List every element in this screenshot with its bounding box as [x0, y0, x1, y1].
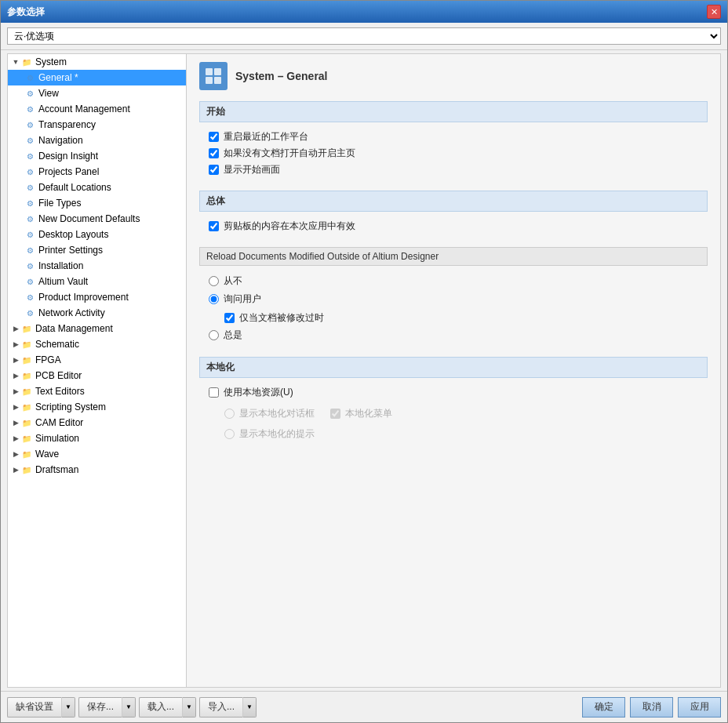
tree-label-account: Account Management: [38, 104, 130, 114]
tree-item-cam-editor[interactable]: ▶ 📁 CAM Editor: [8, 415, 186, 431]
tree-label-printer: Printer Settings: [38, 245, 103, 256]
tree-item-network-activity[interactable]: ⚙ Network Activity: [8, 305, 186, 321]
svg-rect-2: [206, 77, 213, 84]
section-content-general: 剪贴板的内容在本次应用中有效: [199, 215, 708, 241]
load-dropdown-arrow[interactable]: ▼: [182, 697, 196, 718]
folder-icon-cam-editor: 📁: [20, 416, 33, 429]
expand-arrow-cam-editor: ▶: [11, 418, 20, 427]
tree-item-product-improvement[interactable]: ⚙ Product Improvement: [8, 289, 186, 305]
settings-icon-product-improvement: ⚙: [24, 291, 36, 303]
import-button[interactable]: 导入...: [199, 697, 242, 718]
tree-label-new-doc: New Document Defaults: [38, 213, 140, 224]
radio-show-dialog[interactable]: [224, 409, 235, 419]
checkbox-show-startup[interactable]: [209, 165, 219, 175]
tree-item-pcb-editor[interactable]: ▶ 📁 PCB Editor: [8, 368, 186, 383]
settings-icon-account: ⚙: [24, 103, 36, 115]
save-button[interactable]: 保存...: [78, 697, 122, 718]
bottom-left-buttons: 缺省设置 ▼ 保存... ▼ 载入... ▼ 导入... ▼: [7, 697, 257, 718]
right-panel: System – General 开始 重启最近的工作平台 如果没有文档打开自动…: [187, 54, 720, 687]
tree-label-general: General *: [38, 72, 78, 83]
expand-arrow-system: ▼: [11, 57, 20, 67]
tree-item-draftsman[interactable]: ▶ 📁 Draftsman: [8, 462, 186, 478]
tree-item-fpga[interactable]: ▶ 📁 FPGA: [8, 352, 186, 368]
tree-item-system[interactable]: ▼ 📁 System: [8, 54, 186, 70]
tree-item-default-locations[interactable]: ⚙ Default Locations: [8, 180, 186, 195]
save-dropdown-arrow[interactable]: ▼: [122, 697, 136, 718]
radio-never[interactable]: [209, 276, 219, 286]
tree-item-schematic[interactable]: ▶ 📁 Schematic: [8, 336, 186, 352]
tree-item-scripting[interactable]: ▶ 📁 Scripting System: [8, 399, 186, 415]
tree-item-desktop[interactable]: ⚙ Desktop Layouts: [8, 227, 186, 242]
tree-label-simulation: Simulation: [35, 433, 79, 444]
tree-item-design-insight[interactable]: ⚙ Design Insight: [8, 148, 186, 164]
label-show-hints: 显示本地化的提示: [239, 427, 315, 441]
checkbox-only-modified[interactable]: [224, 313, 235, 323]
tree-item-data-management[interactable]: ▶ 📁 Data Management: [8, 321, 186, 336]
section-header-localization: 本地化: [199, 357, 708, 378]
tree-item-view[interactable]: ⚙ View: [8, 85, 186, 101]
checkbox-open-home[interactable]: [209, 148, 219, 158]
tree-item-new-doc[interactable]: ⚙ New Document Defaults: [8, 211, 186, 227]
cloud-options-dropdown[interactable]: 云·优选项: [7, 27, 721, 45]
cancel-button[interactable]: 取消: [630, 697, 673, 718]
tree-item-simulation[interactable]: ▶ 📁 Simulation: [8, 431, 186, 446]
tree-label-installation: Installation: [38, 260, 83, 271]
folder-icon-schematic: 📁: [20, 338, 33, 351]
load-button[interactable]: 载入...: [139, 697, 182, 718]
checkbox-localization-menu[interactable]: [330, 409, 340, 419]
ok-button[interactable]: 确定: [582, 697, 625, 718]
folder-icon-data-management: 📁: [20, 322, 33, 335]
tree-item-wave[interactable]: ▶ 📁 Wave: [8, 446, 186, 462]
left-panel: ▼ 📁 System ⚙ General * ⚙ View ⚙ Account …: [8, 54, 187, 687]
tree-label-text-editors: Text Editors: [35, 386, 85, 397]
close-button[interactable]: ✕: [707, 5, 721, 19]
tree-label-projects-panel: Projects Panel: [38, 166, 99, 177]
radio-row-always: 总是: [209, 326, 701, 344]
localization-sub-section: 显示本地化对话框 本地化菜单 显示本地化的提示: [209, 401, 701, 443]
folder-icon-simulation: 📁: [20, 432, 33, 445]
checkbox-row-show-startup: 显示开始画面: [209, 162, 701, 178]
checkbox-clipboard[interactable]: [209, 221, 219, 231]
settings-icon-desktop: ⚙: [24, 228, 36, 241]
svg-rect-3: [214, 77, 221, 84]
checkbox-restart-workspace[interactable]: [209, 132, 219, 142]
tree-item-text-editors[interactable]: ▶ 📁 Text Editors: [8, 383, 186, 399]
apply-button[interactable]: 应用: [678, 697, 721, 718]
label-clipboard: 剪贴板的内容在本次应用中有效: [224, 220, 355, 233]
settings-icon-altium-vault: ⚙: [24, 275, 36, 288]
label-always: 总是: [224, 329, 242, 342]
tree-item-printer[interactable]: ⚙ Printer Settings: [8, 242, 186, 258]
tree-item-projects-panel[interactable]: ⚙ Projects Panel: [8, 164, 186, 180]
expand-arrow-schematic: ▶: [11, 340, 20, 349]
tree-label-design-insight: Design Insight: [38, 151, 98, 162]
reload-header-text: Reload Documents Modified Outside of Alt…: [206, 251, 439, 262]
tree-label-system: System: [35, 56, 67, 67]
import-dropdown-arrow[interactable]: ▼: [242, 697, 257, 718]
tree-item-installation[interactable]: ⚙ Installation: [8, 258, 186, 274]
defaults-button[interactable]: 缺省设置: [7, 697, 61, 718]
radio-show-hints[interactable]: [224, 429, 235, 439]
checkbox-use-local-resources[interactable]: [209, 387, 219, 398]
tree-item-navigation[interactable]: ⚙ Navigation: [8, 133, 186, 148]
folder-icon-pcb-editor: 📁: [20, 369, 33, 382]
tree-item-transparency[interactable]: ⚙ Transparency: [8, 117, 186, 133]
label-show-startup: 显示开始画面: [224, 163, 280, 176]
tree-item-account[interactable]: ⚙ Account Management: [8, 101, 186, 117]
tree-item-general[interactable]: ⚙ General *: [8, 70, 186, 85]
tree-label-altium-vault: Altium Vault: [38, 276, 88, 287]
folder-icon-fpga: 📁: [20, 354, 33, 366]
radio-ask-user[interactable]: [209, 294, 219, 304]
defaults-dropdown-arrow[interactable]: ▼: [61, 697, 75, 718]
label-only-modified: 仅当文档被修改过时: [239, 311, 324, 325]
settings-icon-general: ⚙: [24, 71, 36, 84]
content-area: ▼ 📁 System ⚙ General * ⚙ View ⚙ Account …: [7, 53, 721, 688]
radio-row-show-hints: 显示本地化的提示: [224, 425, 701, 443]
tree-item-file-types[interactable]: ⚙ File Types: [8, 195, 186, 211]
radio-always[interactable]: [209, 330, 219, 340]
tree-item-altium-vault[interactable]: ⚙ Altium Vault: [8, 274, 186, 289]
settings-icon-design-insight: ⚙: [24, 150, 36, 162]
checkbox-row-open-home: 如果没有文档打开自动开启主页: [209, 145, 701, 162]
radio-row-ask: 询问用户: [209, 290, 701, 308]
reload-section-header: Reload Documents Modified Outside of Alt…: [199, 247, 708, 266]
svg-rect-0: [206, 68, 213, 75]
